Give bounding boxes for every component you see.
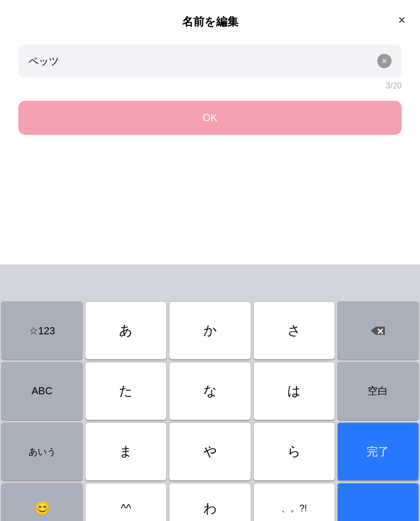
modal-title: 名前を編集	[182, 14, 238, 30]
key-ka[interactable]: か	[169, 301, 251, 360]
keyboard-row-4: 😊 ^^ わ 、。?!	[0, 482, 420, 521]
char-count: 3/20	[0, 77, 420, 91]
key-done[interactable]: 完了	[337, 422, 419, 481]
key-wa[interactable]: わ	[169, 483, 251, 521]
key-space[interactable]: 空白	[337, 362, 419, 420]
key-emoji[interactable]: 😊	[1, 483, 83, 521]
key-aiueo[interactable]: あいう	[1, 422, 83, 481]
keyboard-rows: ☆123 あ か さ ABC た な は 空白 あいう ま や	[0, 300, 420, 521]
key-punctuation[interactable]: 、。?!	[253, 483, 335, 521]
key-abc[interactable]: ABC	[1, 362, 83, 420]
key-sa[interactable]: さ	[253, 301, 335, 360]
keyboard-row-2: ABC た な は 空白	[0, 361, 420, 421]
key-done-bottom[interactable]	[337, 483, 419, 521]
key-ya[interactable]: や	[169, 422, 251, 481]
name-input-value: ペッツ	[28, 54, 59, 68]
key-caret[interactable]: ^^	[85, 483, 167, 521]
close-button[interactable]: ×	[398, 13, 406, 26]
key-na[interactable]: な	[169, 362, 251, 420]
clear-input-button[interactable]: ✕	[377, 54, 392, 68]
keyboard-row-1: ☆123 あ か さ	[0, 300, 420, 361]
modal-dialog: 名前を編集 × ペッツ ✕ 3/20 OK	[0, 0, 420, 265]
key-ha[interactable]: は	[253, 362, 335, 420]
key-symbols[interactable]: ☆123	[1, 301, 83, 360]
ok-button[interactable]: OK	[18, 101, 402, 135]
key-backspace[interactable]	[337, 301, 419, 360]
key-ma[interactable]: ま	[85, 422, 167, 481]
modal-header: 名前を編集 ×	[0, 0, 420, 40]
keyboard-area: ☆123 あ か さ ABC た な は 空白 あいう ま や	[0, 265, 420, 521]
key-a[interactable]: あ	[85, 301, 167, 360]
key-ra[interactable]: ら	[253, 422, 335, 481]
text-input-wrapper[interactable]: ペッツ ✕	[18, 45, 402, 77]
key-ta[interactable]: た	[85, 362, 167, 420]
keyboard-row-3: あいう ま や ら 完了	[0, 421, 420, 482]
input-section: ペッツ ✕	[0, 40, 420, 77]
